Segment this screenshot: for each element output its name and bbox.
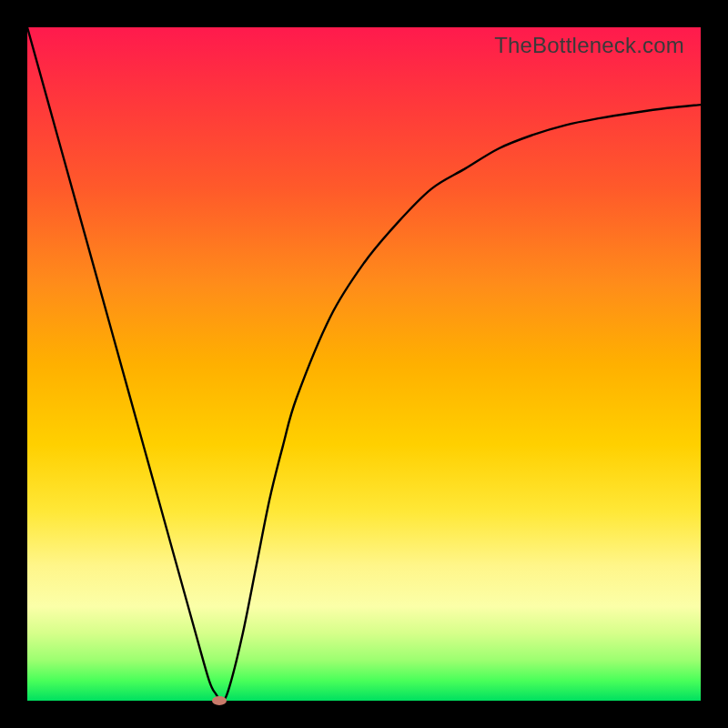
curve-path	[27, 27, 701, 701]
plot-area: TheBottleneck.com	[27, 27, 701, 701]
curve-svg	[27, 27, 701, 701]
minimum-marker	[212, 696, 227, 705]
chart-frame: TheBottleneck.com	[0, 0, 728, 728]
